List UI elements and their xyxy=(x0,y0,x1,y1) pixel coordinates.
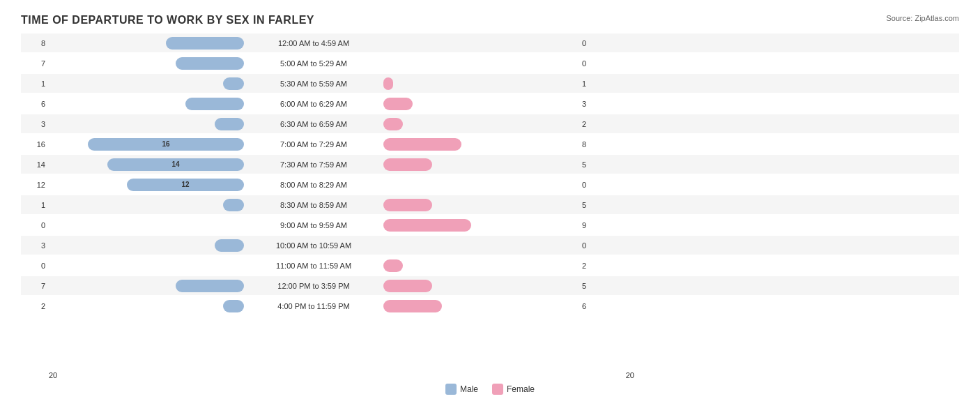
legend-female-label: Female xyxy=(507,384,535,394)
female-bar xyxy=(383,259,403,272)
chart-row: 3 6:30 AM to 6:59 AM 2 xyxy=(21,114,959,133)
female-value: 3 xyxy=(579,100,606,108)
legend-male-label: Male xyxy=(460,384,478,394)
legend-male-box xyxy=(445,384,457,395)
female-value: 2 xyxy=(579,262,606,270)
female-value: 5 xyxy=(579,282,606,290)
male-bar xyxy=(215,118,244,130)
male-value: 3 xyxy=(21,120,49,128)
chart-area: 8 12:00 AM to 4:59 AM 0 7 5:00 AM to 5:2… xyxy=(21,33,959,368)
time-label: 5:30 AM to 5:59 AM xyxy=(244,80,383,88)
left-bar-area xyxy=(49,300,244,312)
chart-container: TIME OF DEPARTURE TO WORK BY SEX IN FARL… xyxy=(0,0,980,415)
female-value: 5 xyxy=(579,160,606,169)
female-value: 0 xyxy=(579,241,606,250)
chart-row: 16 16 7:00 AM to 7:29 AM 8 xyxy=(21,135,959,153)
female-value: 5 xyxy=(579,201,606,209)
right-bar-area xyxy=(383,179,579,191)
chart-title: TIME OF DEPARTURE TO WORK BY SEX IN FARL… xyxy=(21,14,959,27)
female-bar xyxy=(383,77,393,90)
right-bar-area xyxy=(383,158,579,171)
chart-row: 3 10:00 AM to 10:59 AM 0 xyxy=(21,236,959,255)
left-bar-area xyxy=(49,239,244,252)
female-value: 9 xyxy=(579,221,606,229)
male-value: 14 xyxy=(21,160,49,169)
male-bar-label: 16 xyxy=(159,140,172,148)
male-bar xyxy=(176,280,244,292)
chart-row: 6 6:00 AM to 6:29 AM 3 xyxy=(21,94,959,113)
male-bar xyxy=(223,199,244,211)
male-bar xyxy=(166,37,244,50)
female-value: 1 xyxy=(579,80,606,88)
male-value: 1 xyxy=(21,80,49,88)
time-label: 8:30 AM to 8:59 AM xyxy=(244,201,383,209)
time-label: 9:00 AM to 9:59 AM xyxy=(244,221,383,229)
left-bar-area xyxy=(49,219,244,232)
right-bar-area xyxy=(383,37,579,50)
left-bar-area xyxy=(49,280,244,292)
time-label: 5:00 AM to 5:29 AM xyxy=(244,59,383,68)
male-value: 8 xyxy=(21,39,49,47)
left-bar-area xyxy=(49,37,244,50)
left-bar-area: 12 xyxy=(49,179,244,191)
left-bar-area: 14 xyxy=(49,158,244,171)
left-bar-area xyxy=(49,259,244,272)
legend-male: Male xyxy=(445,384,478,395)
female-bar xyxy=(383,280,432,292)
female-bar xyxy=(383,118,403,130)
legend-female: Female xyxy=(492,384,535,395)
chart-row: 8 12:00 AM to 4:59 AM 0 xyxy=(21,33,959,52)
chart-row: 2 4:00 PM to 11:59 PM 6 xyxy=(21,296,959,315)
axis-right: 20 xyxy=(411,371,634,379)
male-value: 16 xyxy=(21,140,49,149)
male-bar xyxy=(223,300,244,312)
time-label: 4:00 PM to 11:59 PM xyxy=(244,302,383,310)
chart-row: 7 12:00 PM to 3:59 PM 5 xyxy=(21,276,959,295)
male-value: 0 xyxy=(21,262,49,270)
male-value: 12 xyxy=(21,181,49,189)
time-label: 11:00 AM to 11:59 AM xyxy=(244,262,383,270)
female-value: 8 xyxy=(579,140,606,149)
chart-row: 1 8:30 AM to 8:59 AM 5 xyxy=(21,195,959,214)
chart-row: 12 12 8:00 AM to 8:29 AM 0 xyxy=(21,175,959,194)
male-bar-label: 14 xyxy=(169,160,182,168)
right-bar-area xyxy=(383,219,579,232)
right-bar-area xyxy=(383,259,579,272)
axis-right-max: 20 xyxy=(626,371,634,379)
chart-row: 0 11:00 AM to 11:59 AM 2 xyxy=(21,256,959,275)
male-bar xyxy=(185,98,244,110)
female-bar xyxy=(383,300,442,312)
time-label: 6:30 AM to 6:59 AM xyxy=(244,120,383,128)
left-bar-area xyxy=(49,77,244,90)
time-label: 7:00 AM to 7:29 AM xyxy=(244,140,383,149)
axis-row: 20 20 xyxy=(21,371,959,379)
right-bar-area xyxy=(383,98,579,110)
time-label: 6:00 AM to 6:29 AM xyxy=(244,100,383,108)
male-value: 7 xyxy=(21,59,49,68)
female-bar xyxy=(383,219,471,232)
time-label: 7:30 AM to 7:59 AM xyxy=(244,160,383,169)
chart-row: 14 14 7:30 AM to 7:59 AM 5 xyxy=(21,155,959,174)
time-label: 12:00 AM to 4:59 AM xyxy=(244,39,383,47)
female-value: 0 xyxy=(579,39,606,47)
time-label: 12:00 PM to 3:59 PM xyxy=(244,282,383,290)
left-bar-area xyxy=(49,57,244,70)
male-bar xyxy=(223,77,244,90)
male-value: 1 xyxy=(21,201,49,209)
male-bar-label: 12 xyxy=(178,181,192,188)
axis-left: 20 xyxy=(49,371,272,379)
left-bar-area xyxy=(49,199,244,211)
right-bar-area xyxy=(383,138,579,151)
male-value: 3 xyxy=(21,241,49,250)
right-bar-area xyxy=(383,199,579,211)
male-value: 6 xyxy=(21,100,49,108)
male-bar: 16 xyxy=(88,138,244,151)
female-value: 0 xyxy=(579,181,606,189)
legend-female-box xyxy=(492,384,503,395)
time-label: 10:00 AM to 10:59 AM xyxy=(244,241,383,250)
male-value: 0 xyxy=(21,221,49,229)
left-bar-area xyxy=(49,98,244,110)
male-bar: 12 xyxy=(127,179,244,191)
right-bar-area xyxy=(383,300,579,312)
right-bar-area xyxy=(383,239,579,252)
